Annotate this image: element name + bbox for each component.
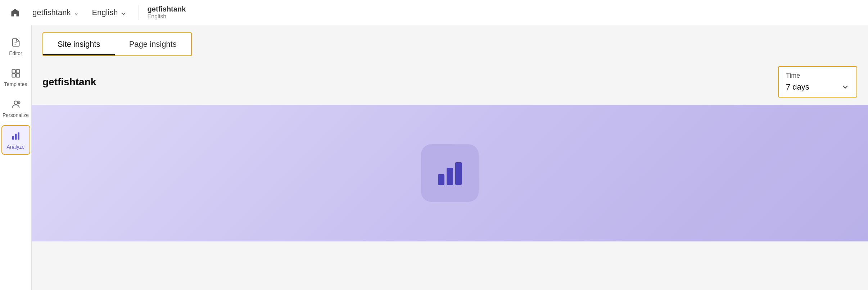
bar-chart-icon	[434, 157, 466, 189]
svg-rect-7	[15, 134, 17, 140]
lang-chevron-icon: ⌄	[121, 9, 126, 17]
header: getfishtank ⌄ English ⌄ getfishtank Engl…	[0, 0, 868, 25]
svg-rect-8	[18, 132, 19, 140]
illustration-area	[32, 105, 868, 241]
analyze-icon	[10, 130, 22, 142]
sidebar-item-personalize[interactable]: Personalize	[1, 94, 30, 122]
site-name-header: getfishtank	[32, 8, 71, 17]
breadcrumb-lang: English	[148, 13, 186, 20]
svg-point-4	[14, 101, 17, 104]
svg-rect-11	[455, 162, 462, 185]
header-divider	[139, 5, 139, 20]
svg-rect-2	[12, 74, 15, 77]
sidebar: Editor Templates	[0, 25, 32, 290]
site-selector[interactable]: getfishtank ⌄	[29, 6, 82, 19]
sidebar-item-editor[interactable]: Editor	[1, 32, 30, 60]
tab-site-insights[interactable]: Site insights	[43, 33, 115, 55]
tabs-container: Site insights Page insights	[32, 25, 868, 56]
time-select-dropdown[interactable]: 7 days	[786, 82, 849, 92]
svg-rect-1	[16, 70, 19, 73]
time-chevron-icon	[841, 83, 849, 91]
lang-selector[interactable]: English ⌄	[88, 6, 130, 19]
breadcrumb-site: getfishtank	[148, 5, 186, 13]
svg-rect-6	[12, 136, 14, 140]
tab-page-insights[interactable]: Page insights	[115, 33, 191, 55]
svg-rect-3	[16, 74, 19, 77]
sidebar-item-analyze[interactable]: Analyze	[1, 125, 30, 155]
templates-icon	[10, 68, 22, 79]
svg-rect-9	[438, 174, 444, 185]
sidebar-label-templates: Templates	[4, 81, 27, 87]
svg-rect-0	[12, 70, 15, 73]
site-name-row: getfishtank Time 7 days	[32, 56, 868, 105]
sidebar-label-personalize: Personalize	[3, 112, 29, 118]
personalize-icon	[10, 99, 22, 110]
content-area: Site insights Page insights getfishtank …	[32, 25, 868, 290]
home-icon	[10, 8, 20, 18]
main-layout: Editor Templates	[0, 25, 868, 290]
time-value: 7 days	[786, 82, 809, 92]
chart-empty-state-icon	[421, 144, 479, 202]
sidebar-item-templates[interactable]: Templates	[1, 63, 30, 91]
lang-name-header: English	[92, 8, 118, 17]
time-selector[interactable]: Time 7 days	[778, 66, 857, 98]
page-site-name: getfishtank	[42, 76, 96, 88]
breadcrumb: getfishtank English	[148, 5, 186, 20]
home-button[interactable]	[7, 5, 23, 21]
site-chevron-icon: ⌄	[73, 9, 79, 17]
time-label: Time	[786, 72, 849, 80]
sidebar-label-editor: Editor	[9, 50, 22, 56]
sidebar-label-analyze: Analyze	[7, 144, 25, 150]
tabs-wrapper: Site insights Page insights	[42, 32, 192, 56]
svg-rect-10	[447, 168, 453, 185]
editor-icon	[10, 37, 22, 48]
